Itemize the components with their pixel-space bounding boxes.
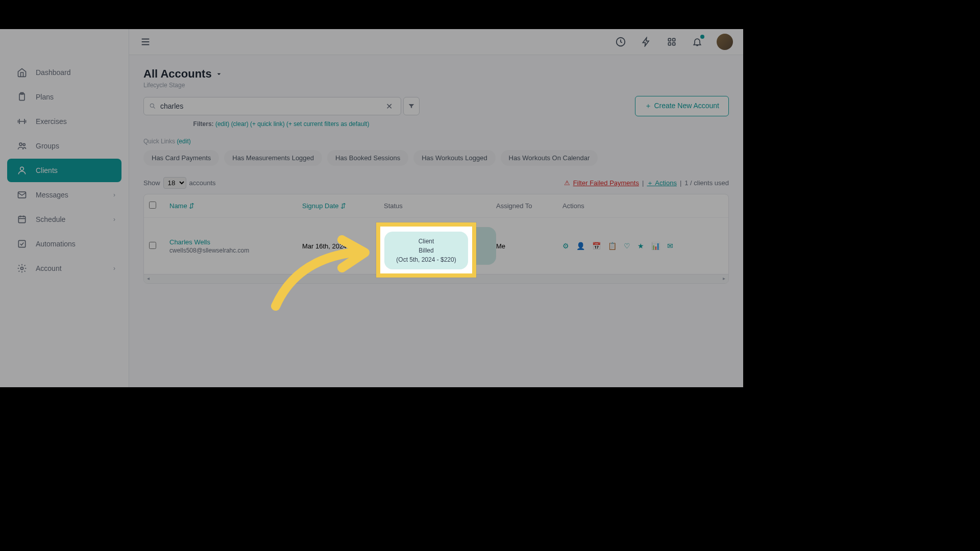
clipboard-icon xyxy=(16,91,28,103)
svg-point-7 xyxy=(21,267,23,270)
person-icon xyxy=(16,165,28,176)
grid-icon[interactable] xyxy=(666,36,678,48)
filters-line: Filters: (edit) (clear) (+ quick link) (… xyxy=(143,120,419,128)
search-row: ✕ ＋ Create New Account xyxy=(143,96,729,116)
home-icon xyxy=(16,67,28,78)
sidebar-item-label: Automations xyxy=(36,240,76,248)
status-badge: Client Billed (Oct 5th, 2024 - $220) xyxy=(384,227,496,265)
col-status: Status xyxy=(384,202,496,210)
svg-point-2 xyxy=(23,143,25,145)
sidebar-item-account[interactable]: Account › xyxy=(7,257,121,280)
chart-icon[interactable]: 📊 xyxy=(651,242,660,250)
dumbbell-icon xyxy=(16,116,28,127)
chevron-right-icon: › xyxy=(113,191,115,198)
alert-icon: ⚠ xyxy=(564,179,570,187)
table-header: Name ⇵ Signup Date ⇵ Status Assigned To … xyxy=(144,194,728,217)
svg-rect-6 xyxy=(18,240,25,247)
svg-rect-9 xyxy=(668,38,671,41)
assigned-to: Me xyxy=(496,242,562,250)
filter-failed-link[interactable]: Filter Failed Payments xyxy=(573,179,639,187)
sidebar-item-dashboard[interactable]: Dashboard xyxy=(7,61,121,84)
calendar-icon xyxy=(16,214,28,225)
col-name[interactable]: Name ⇵ xyxy=(169,202,302,210)
chip[interactable]: Has Workouts Logged xyxy=(413,150,495,166)
table-row: Charles Wells cwells508@sllewselrahc.com… xyxy=(144,217,728,274)
sidebar-item-schedule[interactable]: Schedule › xyxy=(7,208,121,231)
sidebar-item-plans[interactable]: Plans xyxy=(7,85,121,109)
person-icon[interactable]: 👤 xyxy=(576,242,585,250)
svg-rect-12 xyxy=(673,43,675,45)
client-email: cwells508@sllewselrahc.com xyxy=(169,247,302,254)
sidebar-item-label: Plans xyxy=(36,93,54,101)
gear-icon xyxy=(16,263,28,274)
svg-point-1 xyxy=(19,143,22,145)
actions-link[interactable]: ＋ Actions xyxy=(647,179,677,188)
clear-search-icon[interactable]: ✕ xyxy=(383,102,396,111)
create-account-button[interactable]: ＋ Create New Account xyxy=(635,96,729,116)
users-icon xyxy=(16,140,28,152)
chevron-right-icon: › xyxy=(113,216,115,223)
hamburger-icon[interactable] xyxy=(139,36,152,48)
sidebar-item-groups[interactable]: Groups xyxy=(7,134,121,158)
bell-icon[interactable] xyxy=(691,36,703,48)
chip[interactable]: Has Booked Sessions xyxy=(327,150,408,166)
chip[interactable]: Has Workouts On Calendar xyxy=(501,150,598,166)
client-name-link[interactable]: Charles Wells xyxy=(169,238,302,246)
sidebar-item-label: Messages xyxy=(36,191,68,199)
sidebar-item-label: Clients xyxy=(36,166,58,174)
app-root: Dashboard Plans Exercises Groups Clients… xyxy=(0,29,743,387)
sidebar-item-label: Account xyxy=(36,264,62,272)
chevron-down-icon xyxy=(215,70,223,78)
svg-rect-11 xyxy=(668,43,671,45)
quick-links-chips: Has Card Payments Has Measurements Logge… xyxy=(143,150,729,166)
col-assigned: Assigned To xyxy=(496,202,562,210)
mail-icon xyxy=(16,189,28,201)
filters-quicklink[interactable]: (+ quick link) xyxy=(250,120,285,128)
search-input[interactable] xyxy=(160,102,383,110)
table-scrollbar[interactable]: ◂▸ xyxy=(144,274,728,283)
col-signup[interactable]: Signup Date ⇵ xyxy=(302,202,384,210)
quicklinks-edit-link[interactable]: (edit) xyxy=(177,138,190,145)
heart-icon[interactable]: ♡ xyxy=(624,242,630,250)
clock-icon[interactable] xyxy=(615,36,627,48)
search-box[interactable]: ✕ xyxy=(143,97,401,115)
content: All Accounts Lifecycle Stage ✕ ＋ Create … xyxy=(129,55,743,387)
mail-icon[interactable]: ✉ xyxy=(667,242,673,250)
sidebar-item-label: Dashboard xyxy=(36,68,71,77)
page-title[interactable]: All Accounts xyxy=(143,67,729,81)
svg-point-3 xyxy=(20,167,24,170)
clipboard-icon[interactable]: 📋 xyxy=(608,242,617,250)
topbar xyxy=(129,29,743,55)
calendar-icon[interactable]: 📅 xyxy=(592,242,601,250)
sidebar-item-exercises[interactable]: Exercises xyxy=(7,110,121,133)
filters-setdefault-link[interactable]: (+ set current filters as default) xyxy=(286,120,369,128)
search-icon xyxy=(149,103,156,110)
select-all-checkbox[interactable] xyxy=(149,202,156,209)
chip[interactable]: Has Measurements Logged xyxy=(224,150,322,166)
sidebar-item-label: Schedule xyxy=(36,215,65,223)
check-icon xyxy=(16,238,28,249)
filter-button[interactable] xyxy=(403,97,420,115)
sidebar-item-clients[interactable]: Clients xyxy=(7,159,121,182)
svg-rect-10 xyxy=(673,38,675,41)
sidebar-item-automations[interactable]: Automations xyxy=(7,232,121,256)
sidebar: Dashboard Plans Exercises Groups Clients… xyxy=(0,29,129,387)
signup-date: Mar 16th, 2024 xyxy=(302,242,384,250)
chip[interactable]: Has Card Payments xyxy=(143,150,219,166)
star-icon[interactable]: ★ xyxy=(638,242,644,250)
main: All Accounts Lifecycle Stage ✕ ＋ Create … xyxy=(129,29,743,387)
filters-clear-link[interactable]: (clear) xyxy=(231,120,249,128)
chevron-right-icon: › xyxy=(113,265,115,272)
sidebar-item-messages[interactable]: Messages › xyxy=(7,183,121,207)
row-actions: ⚙ 👤 📅 📋 ♡ ★ 📊 ✉ xyxy=(562,242,705,250)
table-controls: Show 18 accounts ⚠ Filter Failed Payment… xyxy=(143,177,729,189)
svg-point-13 xyxy=(150,104,154,107)
page-size-select[interactable]: 18 xyxy=(163,177,186,189)
gear-icon[interactable]: ⚙ xyxy=(562,242,569,250)
filters-edit-link[interactable]: (edit) xyxy=(215,120,229,128)
quick-links-label: Quick Links (edit) xyxy=(143,138,729,145)
bolt-icon[interactable] xyxy=(640,36,652,48)
avatar[interactable] xyxy=(717,34,733,50)
sidebar-item-label: Exercises xyxy=(36,117,67,126)
row-checkbox[interactable] xyxy=(149,242,156,249)
